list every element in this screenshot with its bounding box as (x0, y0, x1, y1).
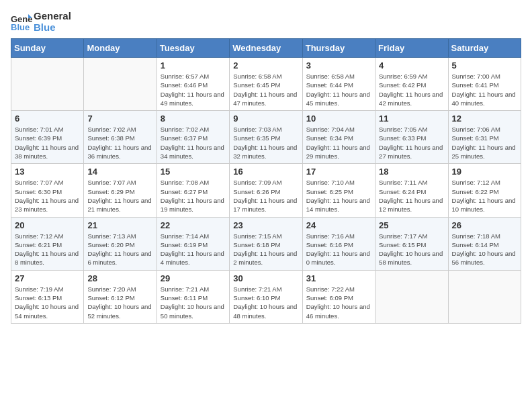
day-header-wednesday: Wednesday (230, 39, 302, 58)
calendar-table: SundayMondayTuesdayWednesdayThursdayFrid… (11, 38, 521, 324)
day-info: Sunrise: 7:10 AMSunset: 6:25 PMDaylight:… (306, 178, 371, 214)
day-info: Sunrise: 6:59 AMSunset: 6:42 PMDaylight:… (379, 72, 444, 107)
day-number: 1 (161, 60, 226, 71)
day-header-sunday: Sunday (11, 39, 84, 58)
day-number: 13 (15, 167, 80, 177)
calendar-week-row: 27Sunrise: 7:19 AMSunset: 6:13 PMDayligh… (11, 270, 521, 323)
day-number: 10 (306, 113, 371, 124)
calendar-day-11: 11Sunrise: 7:05 AMSunset: 6:33 PMDayligh… (375, 111, 448, 164)
day-number: 21 (87, 220, 152, 230)
day-number: 28 (87, 273, 152, 283)
calendar-day-7: 7Sunrise: 7:02 AMSunset: 6:38 PMDaylight… (84, 111, 157, 164)
logo-icon: General Blue (11, 13, 32, 32)
day-number: 25 (379, 220, 444, 230)
day-number: 23 (233, 220, 298, 230)
day-info: Sunrise: 7:07 AMSunset: 6:29 PMDaylight:… (87, 178, 152, 214)
calendar-day-10: 10Sunrise: 7:04 AMSunset: 6:34 PMDayligh… (302, 111, 375, 164)
calendar-day-6: 6Sunrise: 7:01 AMSunset: 6:39 PMDaylight… (11, 111, 84, 164)
calendar-day-22: 22Sunrise: 7:14 AMSunset: 6:19 PMDayligh… (157, 217, 229, 270)
day-info: Sunrise: 7:01 AMSunset: 6:39 PMDaylight:… (15, 125, 80, 161)
page-header: General Blue General Blue (11, 11, 521, 33)
calendar-day-30: 30Sunrise: 7:21 AMSunset: 6:10 PMDayligh… (230, 270, 302, 323)
day-number: 16 (233, 167, 298, 177)
svg-text:Blue: Blue (11, 22, 30, 32)
day-number: 12 (452, 113, 517, 124)
calendar-day-26: 26Sunrise: 7:18 AMSunset: 6:14 PMDayligh… (448, 217, 521, 270)
day-info: Sunrise: 7:15 AMSunset: 6:18 PMDaylight:… (233, 232, 298, 267)
calendar-day-18: 18Sunrise: 7:11 AMSunset: 6:24 PMDayligh… (375, 164, 448, 217)
day-number: 17 (306, 167, 371, 177)
calendar-header-row: SundayMondayTuesdayWednesdayThursdayFrid… (11, 39, 521, 58)
calendar-day-13: 13Sunrise: 7:07 AMSunset: 6:30 PMDayligh… (11, 164, 84, 217)
calendar-day-21: 21Sunrise: 7:13 AMSunset: 6:20 PMDayligh… (84, 217, 157, 270)
day-info: Sunrise: 7:09 AMSunset: 6:26 PMDaylight:… (233, 178, 298, 214)
day-header-monday: Monday (84, 39, 157, 58)
day-number: 8 (161, 113, 226, 124)
day-info: Sunrise: 7:22 AMSunset: 6:09 PMDaylight:… (306, 285, 371, 320)
day-number: 20 (15, 220, 80, 230)
day-info: Sunrise: 7:18 AMSunset: 6:14 PMDaylight:… (452, 232, 517, 267)
day-header-tuesday: Tuesday (157, 39, 229, 58)
day-number: 29 (161, 273, 226, 283)
day-info: Sunrise: 7:02 AMSunset: 6:37 PMDaylight:… (161, 125, 226, 161)
calendar-day-empty (375, 270, 448, 323)
day-number: 15 (161, 167, 226, 177)
calendar-day-27: 27Sunrise: 7:19 AMSunset: 6:13 PMDayligh… (11, 270, 84, 323)
calendar-week-row: 6Sunrise: 7:01 AMSunset: 6:39 PMDaylight… (11, 111, 521, 164)
day-number: 14 (87, 167, 152, 177)
calendar-week-row: 13Sunrise: 7:07 AMSunset: 6:30 PMDayligh… (11, 164, 521, 217)
day-info: Sunrise: 7:00 AMSunset: 6:41 PMDaylight:… (452, 72, 517, 107)
calendar-day-5: 5Sunrise: 7:00 AMSunset: 6:41 PMDaylight… (448, 58, 521, 111)
day-info: Sunrise: 6:58 AMSunset: 6:44 PMDaylight:… (306, 72, 371, 107)
day-number: 31 (306, 273, 371, 283)
day-info: Sunrise: 7:17 AMSunset: 6:15 PMDaylight:… (379, 232, 444, 267)
day-number: 27 (15, 273, 80, 283)
day-info: Sunrise: 7:16 AMSunset: 6:16 PMDaylight:… (306, 232, 371, 267)
calendar-day-15: 15Sunrise: 7:08 AMSunset: 6:27 PMDayligh… (157, 164, 229, 217)
calendar-day-9: 9Sunrise: 7:03 AMSunset: 6:35 PMDaylight… (230, 111, 302, 164)
day-number: 30 (233, 273, 298, 283)
day-info: Sunrise: 7:13 AMSunset: 6:20 PMDaylight:… (87, 232, 152, 267)
calendar-day-8: 8Sunrise: 7:02 AMSunset: 6:37 PMDaylight… (157, 111, 229, 164)
day-info: Sunrise: 7:07 AMSunset: 6:30 PMDaylight:… (15, 178, 80, 214)
day-info: Sunrise: 7:05 AMSunset: 6:33 PMDaylight:… (379, 125, 444, 161)
calendar-day-23: 23Sunrise: 7:15 AMSunset: 6:18 PMDayligh… (230, 217, 302, 270)
day-number: 3 (306, 60, 371, 71)
logo-general: General (34, 11, 71, 22)
calendar-day-empty (448, 270, 521, 323)
calendar-day-12: 12Sunrise: 7:06 AMSunset: 6:31 PMDayligh… (448, 111, 521, 164)
calendar-day-2: 2Sunrise: 6:58 AMSunset: 6:45 PMDaylight… (230, 58, 302, 111)
day-info: Sunrise: 7:20 AMSunset: 6:12 PMDaylight:… (87, 285, 152, 320)
calendar-day-31: 31Sunrise: 7:22 AMSunset: 6:09 PMDayligh… (302, 270, 375, 323)
day-number: 26 (452, 220, 517, 230)
day-number: 11 (379, 113, 444, 124)
day-number: 7 (87, 113, 152, 124)
calendar-day-20: 20Sunrise: 7:12 AMSunset: 6:21 PMDayligh… (11, 217, 84, 270)
day-number: 2 (233, 60, 298, 71)
calendar-day-empty (84, 58, 157, 111)
day-info: Sunrise: 7:21 AMSunset: 6:10 PMDaylight:… (233, 285, 298, 320)
day-info: Sunrise: 7:21 AMSunset: 6:11 PMDaylight:… (161, 285, 226, 320)
day-info: Sunrise: 7:14 AMSunset: 6:19 PMDaylight:… (161, 232, 226, 267)
calendar-day-28: 28Sunrise: 7:20 AMSunset: 6:12 PMDayligh… (84, 270, 157, 323)
calendar-week-row: 1Sunrise: 6:57 AMSunset: 6:46 PMDaylight… (11, 58, 521, 111)
calendar-day-17: 17Sunrise: 7:10 AMSunset: 6:25 PMDayligh… (302, 164, 375, 217)
calendar-day-24: 24Sunrise: 7:16 AMSunset: 6:16 PMDayligh… (302, 217, 375, 270)
day-number: 19 (452, 167, 517, 177)
day-info: Sunrise: 7:06 AMSunset: 6:31 PMDaylight:… (452, 125, 517, 161)
day-info: Sunrise: 7:12 AMSunset: 6:21 PMDaylight:… (15, 232, 80, 267)
day-number: 5 (452, 60, 517, 71)
day-header-friday: Friday (375, 39, 448, 58)
calendar-day-1: 1Sunrise: 6:57 AMSunset: 6:46 PMDaylight… (157, 58, 229, 111)
calendar-day-4: 4Sunrise: 6:59 AMSunset: 6:42 PMDaylight… (375, 58, 448, 111)
day-info: Sunrise: 7:11 AMSunset: 6:24 PMDaylight:… (379, 178, 444, 214)
logo: General Blue General Blue (11, 11, 71, 33)
calendar-day-16: 16Sunrise: 7:09 AMSunset: 6:26 PMDayligh… (230, 164, 302, 217)
day-info: Sunrise: 7:02 AMSunset: 6:38 PMDaylight:… (87, 125, 152, 161)
calendar-day-29: 29Sunrise: 7:21 AMSunset: 6:11 PMDayligh… (157, 270, 229, 323)
day-info: Sunrise: 7:03 AMSunset: 6:35 PMDaylight:… (233, 125, 298, 161)
day-info: Sunrise: 7:19 AMSunset: 6:13 PMDaylight:… (15, 285, 80, 320)
day-number: 4 (379, 60, 444, 71)
calendar-day-3: 3Sunrise: 6:58 AMSunset: 6:44 PMDaylight… (302, 58, 375, 111)
logo-blue: Blue (34, 22, 71, 34)
